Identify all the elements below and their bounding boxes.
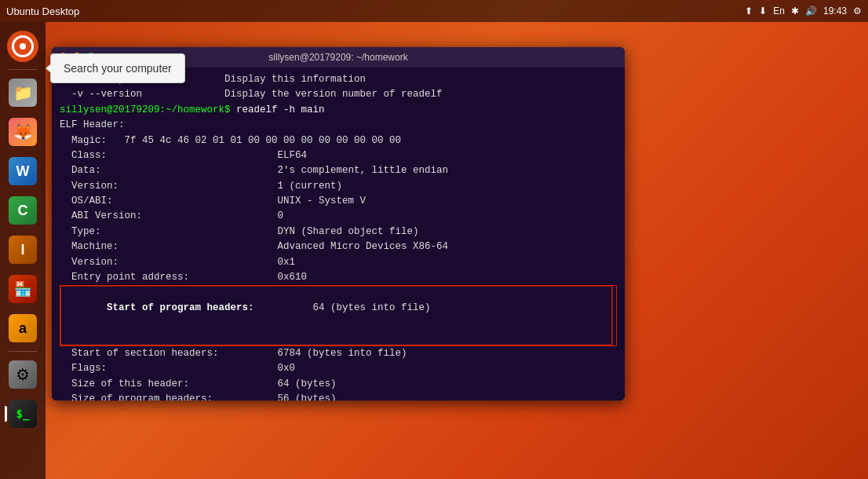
keyboard-up-icon: ⬆ bbox=[745, 5, 753, 16]
terminal-line-11: Machine: Advanced Micro Devices X86-64 bbox=[60, 240, 617, 254]
ubuntu-logo-inner bbox=[12, 35, 34, 57]
dock-item-amazon[interactable]: a bbox=[5, 310, 41, 346]
terminal-line-6: Data: 2's complement, little endian bbox=[60, 163, 617, 178]
software-icon: 🏪 bbox=[9, 275, 37, 303]
libreoffice-impress-icon: I bbox=[9, 236, 37, 264]
bluetooth-icon: ✱ bbox=[791, 5, 799, 16]
dock: Search your computer 📁 🦊 W C I 🏪 a ⚙ $_ bbox=[0, 22, 46, 479]
terminal-line-cmd1: sillysen@20179209:~/homework$ readelf -h… bbox=[60, 103, 617, 118]
desktop-title: Ubuntu Desktop bbox=[6, 5, 79, 17]
libreoffice-writer-icon: W bbox=[9, 157, 37, 185]
dock-item-software[interactable]: 🏪 bbox=[5, 271, 41, 307]
terminal-line-9: ABI Version: 0 bbox=[60, 209, 617, 224]
terminal-body[interactable]: -H --help Display this information -v --… bbox=[52, 68, 625, 400]
settings-app-icon: ⚙ bbox=[9, 360, 37, 389]
dock-item-firefox[interactable]: 🦊 bbox=[5, 114, 41, 150]
dock-item-libreoffice-impress[interactable]: I bbox=[5, 232, 41, 268]
search-tooltip-label: Search your computer bbox=[64, 62, 172, 75]
terminal-line-17: Size of this header: 64 (bytes) bbox=[60, 377, 617, 392]
dock-item-ubuntu[interactable] bbox=[5, 28, 41, 64]
prompt-1: sillysen@20179209:~/homework$ bbox=[60, 104, 231, 115]
keyboard-layout[interactable]: En bbox=[773, 5, 785, 16]
files-icon: 📁 bbox=[9, 79, 37, 107]
svg-rect-0 bbox=[60, 286, 612, 346]
firefox-icon: 🦊 bbox=[9, 118, 37, 146]
search-tooltip: Search your computer bbox=[50, 53, 185, 83]
terminal-line-4: Magic: 7f 45 4c 46 02 01 01 00 00 00 00 … bbox=[60, 133, 617, 148]
dock-divider-top bbox=[9, 69, 37, 70]
terminal-line-15: Start of section headers: 6784 (bytes in… bbox=[60, 346, 617, 361]
dock-item-terminal[interactable]: $_ bbox=[5, 396, 41, 432]
dock-item-files[interactable]: 📁 bbox=[5, 75, 41, 111]
terminal-title: sillysen@20179209: ~/homework bbox=[268, 52, 407, 63]
libreoffice-calc-icon: C bbox=[9, 196, 37, 225]
terminal-line-10: Type: DYN (Shared object file) bbox=[60, 225, 617, 240]
terminal-line-1: -v --version Display the version number … bbox=[60, 87, 617, 102]
terminal-line-16: Flags: 0x0 bbox=[60, 361, 617, 376]
terminal-line-8: OS/ABI: UNIX - System V bbox=[60, 194, 617, 209]
top-bar: Ubuntu Desktop ⬆ ⬇ En ✱ 🔊 19:43 ⚙ bbox=[0, 0, 868, 22]
terminal-line-13: Entry point address: 0x610 bbox=[60, 270, 617, 285]
settings-icon[interactable]: ⚙ bbox=[853, 5, 862, 16]
dock-divider-bottom bbox=[9, 351, 37, 352]
cmd-1: readelf -h main bbox=[231, 104, 325, 115]
terminal-line-7: Version: 1 (current) bbox=[60, 179, 617, 194]
volume-icon: 🔊 bbox=[805, 5, 817, 16]
top-bar-right: ⬆ ⬇ En ✱ 🔊 19:43 ⚙ bbox=[745, 5, 862, 16]
clock: 19:43 bbox=[823, 5, 847, 16]
ubuntu-logo bbox=[7, 31, 38, 62]
keyboard-down-icon: ⬇ bbox=[759, 5, 767, 16]
dock-item-settings[interactable]: ⚙ bbox=[5, 357, 41, 393]
terminal-line-5: Class: ELF64 bbox=[60, 148, 617, 163]
terminal-window: sillysen@20179209: ~/homework -H --help … bbox=[52, 47, 625, 400]
terminal-line-3: ELF Header: bbox=[60, 118, 617, 133]
dock-item-libreoffice-calc[interactable]: C bbox=[5, 192, 41, 229]
dock-item-libreoffice-writer[interactable]: W bbox=[5, 153, 41, 189]
terminal-app-icon: $_ bbox=[9, 400, 37, 428]
amazon-icon: a bbox=[9, 314, 37, 342]
terminal-line-18: Size of program headers: 56 (bytes) bbox=[60, 392, 617, 400]
terminal-line-highlighted: Start of program headers: 64 (bytes into… bbox=[60, 285, 617, 346]
terminal-line-12: Version: 0x1 bbox=[60, 255, 617, 270]
